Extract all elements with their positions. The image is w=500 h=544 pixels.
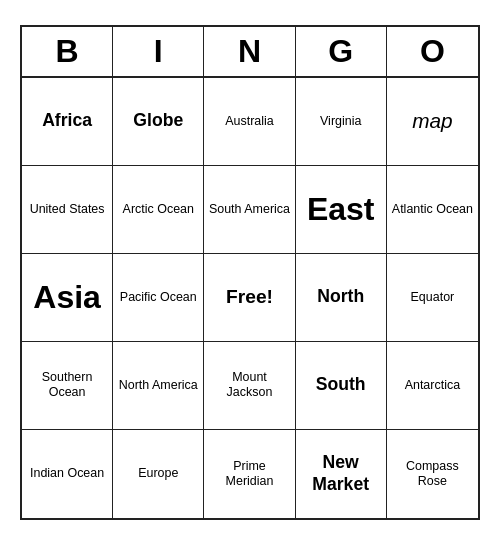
bingo-cell: Free! <box>204 254 295 342</box>
cell-text: South <box>316 374 366 395</box>
bingo-cell: North America <box>113 342 204 430</box>
bingo-grid: AfricaGlobeAustraliaVirginiamapUnited St… <box>22 78 478 518</box>
cell-text: United States <box>30 202 105 217</box>
bingo-cell: East <box>296 166 387 254</box>
bingo-cell: South America <box>204 166 295 254</box>
bingo-card: BINGO AfricaGlobeAustraliaVirginiamapUni… <box>20 25 480 520</box>
cell-text: Antarctica <box>405 378 460 393</box>
header-letter: O <box>387 27 478 76</box>
bingo-cell: Africa <box>22 78 113 166</box>
cell-text: North America <box>119 378 198 393</box>
bingo-cell: Antarctica <box>387 342 478 430</box>
cell-text: Prime Meridian <box>208 459 290 489</box>
cell-text: Compass Rose <box>391 459 474 489</box>
bingo-cell: Virginia <box>296 78 387 166</box>
cell-text: New Market <box>300 452 382 494</box>
cell-text: Virginia <box>320 114 361 129</box>
cell-text: Pacific Ocean <box>120 290 197 305</box>
cell-text: map <box>412 109 452 134</box>
bingo-header: BINGO <box>22 27 478 78</box>
bingo-cell: United States <box>22 166 113 254</box>
header-letter: I <box>113 27 204 76</box>
cell-text: South America <box>209 202 290 217</box>
bingo-cell: Indian Ocean <box>22 430 113 518</box>
bingo-cell: Arctic Ocean <box>113 166 204 254</box>
cell-text: Arctic Ocean <box>123 202 194 217</box>
bingo-cell: Globe <box>113 78 204 166</box>
cell-text: Asia <box>33 278 101 316</box>
bingo-cell: Compass Rose <box>387 430 478 518</box>
cell-text: Europe <box>138 466 178 481</box>
cell-text: Free! <box>226 285 273 308</box>
cell-text: Southern Ocean <box>26 370 108 400</box>
header-letter: N <box>204 27 295 76</box>
cell-text: Atlantic Ocean <box>392 202 473 217</box>
cell-text: East <box>307 190 375 228</box>
bingo-cell: Europe <box>113 430 204 518</box>
header-letter: B <box>22 27 113 76</box>
bingo-cell: North <box>296 254 387 342</box>
bingo-cell: Atlantic Ocean <box>387 166 478 254</box>
cell-text: Australia <box>225 114 274 129</box>
cell-text: North <box>317 286 364 307</box>
bingo-cell: South <box>296 342 387 430</box>
cell-text: Africa <box>42 110 92 131</box>
bingo-cell: Australia <box>204 78 295 166</box>
bingo-cell: Equator <box>387 254 478 342</box>
bingo-cell: Mount Jackson <box>204 342 295 430</box>
cell-text: Indian Ocean <box>30 466 104 481</box>
bingo-cell: Prime Meridian <box>204 430 295 518</box>
cell-text: Equator <box>411 290 455 305</box>
bingo-cell: Pacific Ocean <box>113 254 204 342</box>
bingo-cell: map <box>387 78 478 166</box>
header-letter: G <box>296 27 387 76</box>
cell-text: Globe <box>133 110 183 131</box>
bingo-cell: Southern Ocean <box>22 342 113 430</box>
cell-text: Mount Jackson <box>208 370 290 400</box>
bingo-cell: Asia <box>22 254 113 342</box>
bingo-cell: New Market <box>296 430 387 518</box>
